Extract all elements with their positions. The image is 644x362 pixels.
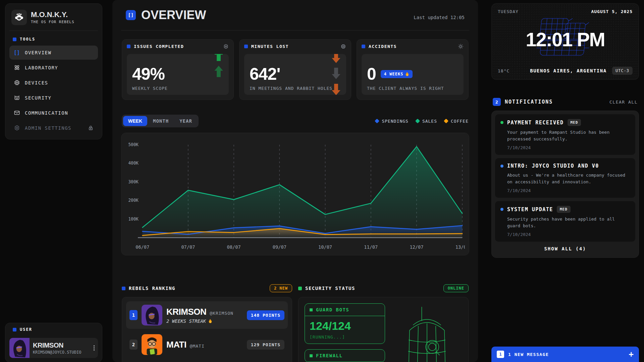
show-all-button[interactable]: SHOW ALL (4) bbox=[495, 242, 635, 254]
guard-bots-value: 124/124 bbox=[310, 319, 380, 333]
message-label: 1 NEW MESSAGE bbox=[508, 352, 549, 357]
svg-text:09/07: 09/07 bbox=[273, 244, 286, 250]
notification-body: Your payment to Rampant Studio has been … bbox=[507, 129, 630, 142]
section-marker-icon bbox=[127, 45, 130, 48]
section-marker-icon bbox=[362, 45, 365, 48]
notification-intro[interactable]: INTRO: JOYCO STUDIO AND V0 About us - We… bbox=[495, 158, 635, 198]
temperature: 18°C bbox=[498, 68, 525, 73]
notification-title: INTRO: JOYCO STUDIO AND V0 bbox=[507, 163, 599, 169]
rebel-name: KRIMSON bbox=[166, 307, 206, 317]
notification-date: 7/10/2024 bbox=[507, 232, 630, 237]
tab-week[interactable]: WEEK bbox=[123, 116, 147, 126]
clear-all-button[interactable]: CLEAR ALL bbox=[609, 100, 638, 105]
clock-card: TUESDAY AUGUST 5, 2025 12:01 PM 18°C bbox=[491, 3, 639, 80]
ranking-row-2[interactable]: 2 MATI bbox=[126, 331, 288, 358]
notification-title: SYSTEM UPDATE bbox=[507, 206, 553, 213]
avatar bbox=[142, 305, 162, 325]
notifications-count-badge: 2 bbox=[493, 98, 501, 106]
stat-caption: IN MEETINGS AND RABBIT HOLES bbox=[250, 86, 341, 91]
svg-text:400K: 400K bbox=[128, 161, 139, 166]
notification-system-update[interactable]: SYSTEM UPDATE MED Security patches have … bbox=[495, 201, 635, 242]
sidebar-item-label: ADMIN SETTINGS bbox=[25, 125, 71, 131]
sidebar-item-admin-settings[interactable]: ADMIN SETTINGS bbox=[9, 121, 98, 135]
notification-body: About us - We're a healthcare company fo… bbox=[507, 172, 630, 185]
level-badge: MED bbox=[557, 206, 571, 213]
atom-icon bbox=[13, 64, 20, 71]
user-card: USER KRIMSON KRIMSON@JOYCO.STUDIO bbox=[5, 323, 102, 362]
svg-text:13/07: 13/07 bbox=[455, 244, 465, 250]
overview-brackets-icon: [] bbox=[13, 50, 20, 56]
svg-text:200K: 200K bbox=[128, 198, 139, 203]
app-title: M.O.N.K.Y. bbox=[31, 11, 74, 18]
gear-icon bbox=[13, 125, 20, 131]
weekday: TUESDAY bbox=[498, 9, 519, 14]
stat-value: 642' bbox=[250, 66, 341, 82]
ranking-row-1[interactable]: 1 KRIMSON @KRIMSON bbox=[126, 301, 288, 329]
stat-title: ACCIDENTS bbox=[369, 44, 397, 49]
date: AUGUST 5, 2025 bbox=[591, 9, 633, 14]
sidebar: M.O.N.K.Y. THE OS FOR REBELS TOOLS [] OV… bbox=[5, 3, 102, 139]
notification-payment-received[interactable]: PAYMENT RECEIVED MED Your payment to Ram… bbox=[495, 114, 635, 155]
level-badge: MED bbox=[568, 119, 581, 126]
svg-text:07/07: 07/07 bbox=[181, 244, 195, 250]
stat-caption: THE CLIENT ALWAYS IS RIGHT bbox=[367, 86, 458, 91]
online-badge: ONLINE bbox=[443, 284, 469, 292]
trend-down-arrows-icon bbox=[331, 54, 341, 95]
overview-header-icon: [] bbox=[126, 10, 136, 20]
gear-icon[interactable] bbox=[223, 44, 229, 49]
security-status-panel: SECURITY STATUS ONLINE GUARD BOTS 124/12… bbox=[298, 284, 469, 362]
user-menu-kebab-icon[interactable] bbox=[94, 346, 95, 351]
notification-date: 7/10/2024 bbox=[507, 145, 630, 150]
green-marker-icon bbox=[310, 308, 313, 311]
sidebar-item-label: DEVICES bbox=[25, 80, 48, 85]
sidebar-item-label: COMMUNICATION bbox=[25, 110, 68, 116]
sidebar-item-devices[interactable]: DEVICES bbox=[9, 75, 98, 90]
svg-text:12/07: 12/07 bbox=[410, 244, 423, 250]
streak-badge: 4 WEEKS bbox=[381, 70, 413, 78]
svg-text:08/07: 08/07 bbox=[227, 244, 241, 250]
plus-icon[interactable]: + bbox=[629, 350, 634, 358]
legend-spendings: SPENDINGS bbox=[375, 119, 408, 124]
status-dot-icon bbox=[500, 165, 503, 168]
chip-icon bbox=[13, 79, 20, 86]
user-name: KRIMSON bbox=[33, 342, 95, 349]
rebel-streak: 2 WEEKS STREAK bbox=[166, 318, 243, 324]
rank-badge: 2 bbox=[129, 340, 138, 350]
location: BUENOS AIRES, ARGENTINA bbox=[525, 68, 612, 73]
current-time: 12:01 PM bbox=[526, 28, 604, 51]
trend-up-arrows-icon bbox=[214, 54, 223, 77]
diamond-icon bbox=[375, 119, 379, 123]
section-marker-icon bbox=[244, 45, 248, 48]
section-marker-icon bbox=[298, 287, 302, 290]
points-badge: 148 POINTS bbox=[247, 310, 284, 320]
lock-icon bbox=[87, 125, 94, 131]
panel-title: SECURITY STATUS bbox=[305, 286, 355, 291]
app-subtitle: THE OS FOR REBELS bbox=[31, 20, 74, 24]
firewall-box: FIREWALL bbox=[305, 349, 385, 362]
sidebar-item-laboratory[interactable]: LABORATORY bbox=[9, 60, 98, 75]
stat-card-accidents: ACCIDENTS 0 4 WEEKS bbox=[357, 39, 469, 100]
legend-coffee: COFFEE bbox=[444, 119, 469, 124]
sidebar-item-label: LABORATORY bbox=[25, 65, 58, 70]
points-badge: 129 POINTS bbox=[247, 340, 284, 350]
tools-section-label: TOOLS bbox=[9, 31, 98, 45]
chip-icon[interactable] bbox=[340, 44, 346, 49]
new-message-bar[interactable]: 1 1 NEW MESSAGE + bbox=[491, 347, 639, 362]
svg-text:100K: 100K bbox=[128, 216, 139, 221]
svg-text:300K: 300K bbox=[128, 179, 139, 184]
sidebar-item-overview[interactable]: [] OVERVIEW bbox=[9, 46, 98, 60]
notification-title: PAYMENT RECEIVED bbox=[507, 120, 564, 126]
tab-year[interactable]: YEAR bbox=[174, 116, 197, 126]
sidebar-item-label: SECURITY bbox=[25, 95, 51, 101]
sidebar-item-security[interactable]: SECURITY bbox=[9, 90, 98, 105]
sidebar-item-communication[interactable]: COMMUNICATION bbox=[9, 106, 98, 120]
tab-month[interactable]: MONTH bbox=[148, 116, 174, 126]
status-dot-icon bbox=[500, 208, 503, 211]
sun-gear-icon[interactable] bbox=[458, 44, 464, 49]
stat-caption: WEEKLY SCOPE bbox=[132, 86, 223, 91]
svg-text:500K: 500K bbox=[128, 142, 139, 147]
rank-badge: 1 bbox=[129, 310, 138, 320]
user-email: KRIMSON@JOYCO.STUDIO bbox=[33, 350, 95, 355]
svg-text:10/07: 10/07 bbox=[318, 244, 332, 250]
stat-card-minutes-lost: MINUTES LOST 642' IN MEETINGS AND RABBIT… bbox=[239, 39, 351, 100]
